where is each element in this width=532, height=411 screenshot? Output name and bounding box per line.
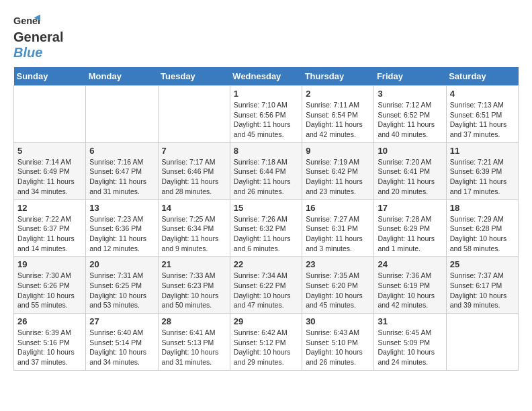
day-number: 30 [306, 316, 370, 326]
calendar-cell: 15Sunrise: 7:26 AM Sunset: 6:32 PM Dayli… [230, 199, 302, 257]
calendar-cell: 23Sunrise: 7:35 AM Sunset: 6:20 PM Dayli… [302, 257, 374, 314]
weekday-header-thursday: Thursday [302, 67, 374, 86]
day-info: Sunrise: 7:35 AM Sunset: 6:20 PM Dayligh… [306, 271, 370, 310]
calendar-row-3: 19Sunrise: 7:30 AM Sunset: 6:26 PM Dayli… [14, 257, 519, 314]
calendar-cell: 6Sunrise: 7:16 AM Sunset: 6:47 PM Daylig… [86, 142, 158, 199]
calendar-cell: 24Sunrise: 7:36 AM Sunset: 6:19 PM Dayli… [374, 257, 446, 314]
day-info: Sunrise: 7:34 AM Sunset: 6:22 PM Dayligh… [234, 271, 298, 310]
calendar-cell: 14Sunrise: 7:25 AM Sunset: 6:34 PM Dayli… [158, 199, 230, 257]
day-info: Sunrise: 6:39 AM Sunset: 5:16 PM Dayligh… [17, 328, 82, 367]
calendar-cell [14, 86, 86, 143]
day-info: Sunrise: 7:33 AM Sunset: 6:23 PM Dayligh… [162, 271, 226, 310]
calendar-cell: 22Sunrise: 7:34 AM Sunset: 6:22 PM Dayli… [230, 257, 302, 314]
calendar-cell: 1Sunrise: 7:10 AM Sunset: 6:56 PM Daylig… [230, 86, 302, 143]
day-number: 1 [234, 89, 298, 99]
day-number: 26 [17, 316, 82, 326]
weekday-header-sunday: Sunday [14, 67, 86, 86]
logo-general: General [13, 30, 63, 44]
weekday-header-row: SundayMondayTuesdayWednesdayThursdayFrid… [14, 67, 519, 86]
calendar-cell: 12Sunrise: 7:22 AM Sunset: 6:37 PM Dayli… [14, 199, 86, 257]
day-number: 12 [17, 203, 82, 213]
calendar-cell: 4Sunrise: 7:13 AM Sunset: 6:51 PM Daylig… [446, 86, 518, 143]
page-header: General General Blue [13, 13, 519, 60]
day-info: Sunrise: 7:13 AM Sunset: 6:51 PM Dayligh… [450, 100, 515, 140]
calendar-cell: 16Sunrise: 7:27 AM Sunset: 6:31 PM Dayli… [302, 199, 374, 257]
day-info: Sunrise: 7:31 AM Sunset: 6:25 PM Dayligh… [89, 271, 154, 310]
calendar-cell: 11Sunrise: 7:21 AM Sunset: 6:39 PM Dayli… [446, 142, 518, 199]
weekday-header-friday: Friday [374, 67, 446, 86]
day-info: Sunrise: 6:43 AM Sunset: 5:10 PM Dayligh… [306, 328, 370, 367]
day-info: Sunrise: 7:14 AM Sunset: 6:49 PM Dayligh… [17, 157, 82, 197]
calendar-cell: 19Sunrise: 7:30 AM Sunset: 6:26 PM Dayli… [14, 257, 86, 314]
day-number: 19 [17, 259, 82, 269]
day-number: 3 [378, 89, 442, 99]
day-info: Sunrise: 7:37 AM Sunset: 6:17 PM Dayligh… [450, 271, 515, 310]
day-number: 8 [234, 146, 298, 156]
calendar-cell: 8Sunrise: 7:18 AM Sunset: 6:44 PM Daylig… [230, 142, 302, 199]
day-info: Sunrise: 7:17 AM Sunset: 6:46 PM Dayligh… [162, 157, 226, 197]
day-info: Sunrise: 7:10 AM Sunset: 6:56 PM Dayligh… [234, 100, 298, 140]
day-number: 4 [450, 89, 515, 99]
calendar-cell: 10Sunrise: 7:20 AM Sunset: 6:41 PM Dayli… [374, 142, 446, 199]
calendar-cell [446, 314, 518, 371]
day-info: Sunrise: 7:27 AM Sunset: 6:31 PM Dayligh… [306, 214, 370, 254]
calendar-cell [158, 86, 230, 143]
calendar-cell: 18Sunrise: 7:29 AM Sunset: 6:28 PM Dayli… [446, 199, 518, 257]
day-number: 10 [378, 146, 442, 156]
weekday-header-saturday: Saturday [446, 67, 518, 86]
day-info: Sunrise: 7:22 AM Sunset: 6:37 PM Dayligh… [17, 214, 82, 254]
day-number: 6 [89, 146, 154, 156]
day-info: Sunrise: 7:23 AM Sunset: 6:36 PM Dayligh… [89, 214, 154, 254]
calendar-row-2: 12Sunrise: 7:22 AM Sunset: 6:37 PM Dayli… [14, 199, 519, 257]
day-number: 5 [17, 146, 82, 156]
day-number: 29 [234, 316, 298, 326]
day-info: Sunrise: 6:40 AM Sunset: 5:14 PM Dayligh… [89, 328, 154, 367]
day-info: Sunrise: 7:36 AM Sunset: 6:19 PM Dayligh… [378, 271, 442, 310]
day-info: Sunrise: 7:18 AM Sunset: 6:44 PM Dayligh… [234, 157, 298, 197]
day-number: 20 [89, 259, 154, 269]
day-number: 15 [234, 203, 298, 213]
day-number: 7 [162, 146, 226, 156]
calendar-cell: 31Sunrise: 6:45 AM Sunset: 5:09 PM Dayli… [374, 314, 446, 371]
day-info: Sunrise: 7:12 AM Sunset: 6:52 PM Dayligh… [378, 100, 442, 140]
calendar-cell: 17Sunrise: 7:28 AM Sunset: 6:29 PM Dayli… [374, 199, 446, 257]
day-number: 14 [162, 203, 226, 213]
calendar-cell: 26Sunrise: 6:39 AM Sunset: 5:16 PM Dayli… [14, 314, 86, 371]
day-info: Sunrise: 6:42 AM Sunset: 5:12 PM Dayligh… [234, 328, 298, 367]
day-info: Sunrise: 6:41 AM Sunset: 5:13 PM Dayligh… [162, 328, 226, 367]
calendar-cell: 5Sunrise: 7:14 AM Sunset: 6:49 PM Daylig… [14, 142, 86, 199]
calendar-cell: 2Sunrise: 7:11 AM Sunset: 6:54 PM Daylig… [302, 86, 374, 143]
day-info: Sunrise: 7:20 AM Sunset: 6:41 PM Dayligh… [378, 157, 442, 197]
day-number: 24 [378, 259, 442, 269]
day-number: 27 [89, 316, 154, 326]
day-info: Sunrise: 7:25 AM Sunset: 6:34 PM Dayligh… [162, 214, 226, 254]
day-info: Sunrise: 7:21 AM Sunset: 6:39 PM Dayligh… [450, 157, 515, 197]
day-number: 17 [378, 203, 442, 213]
logo: General General Blue [13, 13, 63, 60]
calendar-row-1: 5Sunrise: 7:14 AM Sunset: 6:49 PM Daylig… [14, 142, 519, 199]
calendar-cell: 25Sunrise: 7:37 AM Sunset: 6:17 PM Dayli… [446, 257, 518, 314]
calendar-cell: 21Sunrise: 7:33 AM Sunset: 6:23 PM Dayli… [158, 257, 230, 314]
day-number: 11 [450, 146, 515, 156]
day-number: 28 [162, 316, 226, 326]
day-number: 13 [89, 203, 154, 213]
calendar-cell: 30Sunrise: 6:43 AM Sunset: 5:10 PM Dayli… [302, 314, 374, 371]
weekday-header-monday: Monday [86, 67, 158, 86]
day-info: Sunrise: 7:29 AM Sunset: 6:28 PM Dayligh… [450, 214, 515, 254]
day-number: 25 [450, 259, 515, 269]
day-number: 9 [306, 146, 370, 156]
day-number: 18 [450, 203, 515, 213]
day-number: 23 [306, 259, 370, 269]
calendar-cell: 13Sunrise: 7:23 AM Sunset: 6:36 PM Dayli… [86, 199, 158, 257]
calendar-cell: 28Sunrise: 6:41 AM Sunset: 5:13 PM Dayli… [158, 314, 230, 371]
calendar-cell: 3Sunrise: 7:12 AM Sunset: 6:52 PM Daylig… [374, 86, 446, 143]
day-number: 31 [378, 316, 442, 326]
calendar-cell: 29Sunrise: 6:42 AM Sunset: 5:12 PM Dayli… [230, 314, 302, 371]
day-info: Sunrise: 7:28 AM Sunset: 6:29 PM Dayligh… [378, 214, 442, 254]
calendar-cell: 7Sunrise: 7:17 AM Sunset: 6:46 PM Daylig… [158, 142, 230, 199]
day-info: Sunrise: 6:45 AM Sunset: 5:09 PM Dayligh… [378, 328, 442, 367]
day-info: Sunrise: 7:16 AM Sunset: 6:47 PM Dayligh… [89, 157, 154, 197]
calendar-cell: 9Sunrise: 7:19 AM Sunset: 6:42 PM Daylig… [302, 142, 374, 199]
day-number: 16 [306, 203, 370, 213]
logo-blue: Blue [13, 45, 42, 60]
